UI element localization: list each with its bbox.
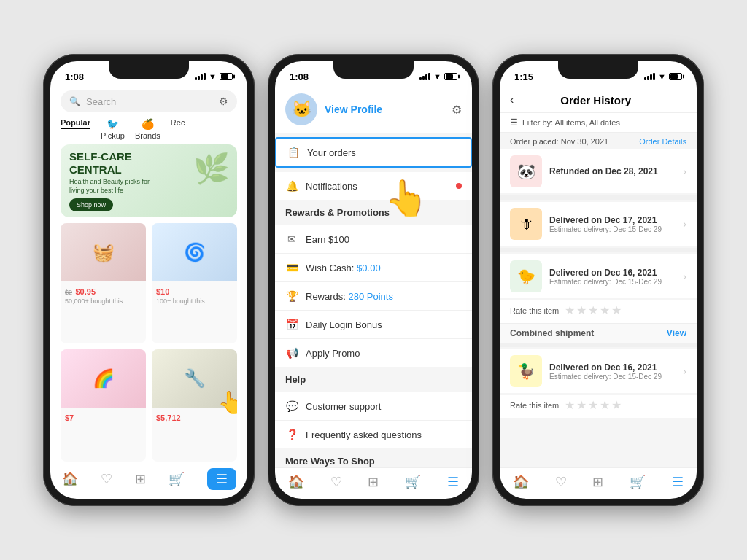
nav-home-1[interactable]: 🏠 bbox=[62, 471, 78, 487]
help-section-header: Help bbox=[275, 367, 472, 388]
order-status-1: Refunded on Dec 28, 2021 bbox=[549, 166, 676, 176]
wifi-icon-3: ▼ bbox=[658, 72, 666, 81]
nav-menu-2[interactable]: ☰ bbox=[447, 474, 459, 490]
nav-menu-1[interactable]: ☰ bbox=[207, 468, 236, 490]
nav-grid-2[interactable]: ⊞ bbox=[368, 474, 379, 490]
product-card-2[interactable]: 🌀 $10 100+ bought this bbox=[152, 223, 237, 343]
gear-icon[interactable]: ⚙ bbox=[452, 103, 462, 117]
order-item-dec16b[interactable]: 🦆 Delivered on Dec 16, 2021 Estimated de… bbox=[500, 349, 697, 393]
order-img-1: 🐼 bbox=[510, 155, 542, 187]
star-1a[interactable]: ★ bbox=[565, 303, 575, 317]
nav-wishlist-2[interactable]: ♡ bbox=[330, 474, 342, 490]
order-item-dec16a[interactable]: 🐤 Delivered on Dec 16, 2021 Estimated de… bbox=[500, 254, 697, 298]
avatar: 🐱 bbox=[285, 93, 317, 125]
product-card-3[interactable]: 🌈 $7 bbox=[61, 349, 146, 462]
phone-1-home: 1:08 ▼ 🔍 Search ⚙ bbox=[43, 54, 255, 506]
signal-icon-2 bbox=[419, 73, 430, 80]
star-2b[interactable]: ★ bbox=[576, 398, 587, 412]
cart-icon-2: 🛒 bbox=[405, 474, 421, 490]
category-pickup[interactable]: 🐦 Pickup bbox=[101, 118, 125, 140]
nav-wishlist-1[interactable]: ♡ bbox=[101, 471, 112, 487]
view-profile-link[interactable]: View Profile bbox=[325, 104, 382, 115]
wish-cash-item[interactable]: 💳 Wish Cash: $0.00 bbox=[275, 254, 472, 282]
customer-support-item[interactable]: 💬 Customer support bbox=[275, 392, 472, 421]
star-1c[interactable]: ★ bbox=[588, 303, 598, 317]
star-2d[interactable]: ★ bbox=[600, 398, 610, 412]
home-icon: 🏠 bbox=[62, 471, 78, 487]
status-icons-2: ▼ bbox=[419, 72, 457, 81]
nav-cart-1[interactable]: 🛒 bbox=[169, 471, 185, 487]
nav-grid-1[interactable]: ⊞ bbox=[135, 471, 146, 487]
category-popular[interactable]: Popular bbox=[61, 118, 90, 140]
rate-label-2: Rate this item bbox=[510, 401, 559, 410]
star-1e[interactable]: ★ bbox=[611, 303, 622, 317]
star-1b[interactable]: ★ bbox=[576, 303, 587, 317]
search-bar[interactable]: 🔍 Search ⚙ bbox=[61, 90, 237, 112]
cart-icon: 🛒 bbox=[169, 471, 185, 487]
nav-home-3[interactable]: 🏠 bbox=[513, 474, 529, 490]
chevron-icon-1: › bbox=[683, 166, 686, 177]
combined-view-link[interactable]: View bbox=[667, 328, 686, 338]
faq-item[interactable]: ❓ Frequently asked questions bbox=[275, 421, 472, 448]
nav-grid-3[interactable]: ⊞ bbox=[592, 474, 603, 490]
category-rec[interactable]: Rec bbox=[171, 118, 185, 140]
help-section: 💬 Customer support ❓ Frequently asked qu… bbox=[275, 392, 472, 448]
bottom-nav-1: 🏠 ♡ ⊞ 🛒 ☰ bbox=[50, 462, 247, 499]
earn-100-item[interactable]: ✉ Earn $100 bbox=[275, 225, 472, 254]
search-input[interactable]: Search bbox=[86, 96, 213, 107]
time-3: 1:15 bbox=[514, 71, 533, 82]
earn-icon: ✉ bbox=[285, 233, 298, 245]
category-brands[interactable]: 🍊 Brands bbox=[135, 118, 160, 140]
grid-icon-2: ⊞ bbox=[368, 474, 379, 490]
nav-cart-3[interactable]: 🛒 bbox=[630, 474, 646, 490]
phones-container: 1:08 ▼ 🔍 Search ⚙ bbox=[28, 39, 719, 521]
star-2c[interactable]: ★ bbox=[588, 398, 598, 412]
star-2e[interactable]: ★ bbox=[611, 398, 622, 412]
rewards-section: ✉ Earn $100 💳 Wish Cash: $0.00 🏆 Rewards… bbox=[275, 225, 472, 367]
order-details-link-1[interactable]: Order Details bbox=[639, 137, 686, 146]
filter-icon[interactable]: ⚙ bbox=[219, 96, 228, 107]
order-img-4: 🦆 bbox=[510, 355, 542, 387]
star-1d[interactable]: ★ bbox=[600, 303, 610, 317]
shop-now-button[interactable]: Shop now bbox=[69, 198, 113, 211]
order-item-refunded[interactable]: 🐼 Refunded on Dec 28, 2021 › bbox=[500, 149, 697, 193]
time-2: 1:08 bbox=[290, 71, 309, 82]
filter-bar[interactable]: ☰ Filter by: All items, All dates bbox=[500, 113, 697, 133]
phone-3-orders: 1:15 ▼ ‹ Order History bbox=[492, 54, 704, 506]
daily-login-item[interactable]: 📅 Daily Login Bonus bbox=[275, 311, 472, 339]
order-item-dec17[interactable]: 🗡 Delivered on Dec 17, 2021 Estimated de… bbox=[500, 202, 697, 246]
orders-list: Order placed: Nov 30, 2021 Order Details… bbox=[500, 133, 697, 467]
product-image-3: 🌈 bbox=[61, 349, 146, 408]
notch-2 bbox=[333, 61, 414, 79]
question-icon: ❓ bbox=[285, 429, 298, 440]
rewards-item[interactable]: 🏆 Rewards: 280 Points bbox=[275, 282, 472, 311]
signal-icon bbox=[195, 73, 206, 80]
star-2a[interactable]: ★ bbox=[565, 398, 575, 412]
product-card-4[interactable]: 🔧 👆 $5,712 bbox=[152, 349, 237, 462]
grid-icon-3: ⊞ bbox=[592, 474, 603, 490]
wifi-icon-2: ▼ bbox=[433, 72, 441, 81]
hero-banner: SELF-CARECENTRAL Health and Beauty picks… bbox=[61, 144, 237, 217]
chat-icon: 💬 bbox=[285, 400, 298, 412]
nav-wishlist-3[interactable]: ♡ bbox=[555, 474, 567, 490]
rate-row-1: Rate this item ★ ★ ★ ★ ★ bbox=[500, 300, 697, 323]
battery-icon-2 bbox=[444, 73, 457, 80]
order-status-3: Delivered on Dec 16, 2021 bbox=[549, 268, 676, 278]
nav-cart-2[interactable]: 🛒 bbox=[405, 474, 421, 490]
products-grid: 🧺 $2 $0.95 50,000+ bought this 🌀 $10 100… bbox=[50, 223, 247, 462]
product-card-1[interactable]: 🧺 $2 $0.95 50,000+ bought this bbox=[61, 223, 146, 343]
notifications-item[interactable]: 🔔 Notifications bbox=[275, 172, 472, 200]
notifications-section: 🔔 Notifications bbox=[275, 172, 472, 200]
back-button[interactable]: ‹ bbox=[510, 93, 514, 106]
heart-icon: ♡ bbox=[101, 471, 112, 487]
home-icon-3: 🏠 bbox=[513, 474, 529, 490]
nav-home-2[interactable]: 🏠 bbox=[288, 474, 304, 490]
chevron-icon-3: › bbox=[683, 271, 686, 282]
filter-icon-3: ☰ bbox=[510, 117, 518, 128]
search-icon: 🔍 bbox=[69, 96, 80, 106]
your-orders-item[interactable]: 📋 Your orders bbox=[276, 139, 471, 166]
product-image-4: 🔧 👆 bbox=[152, 349, 237, 408]
promo-icon: 📢 bbox=[285, 347, 298, 359]
apply-promo-item[interactable]: 📢 Apply Promo bbox=[275, 339, 472, 367]
nav-menu-3[interactable]: ☰ bbox=[672, 474, 684, 490]
